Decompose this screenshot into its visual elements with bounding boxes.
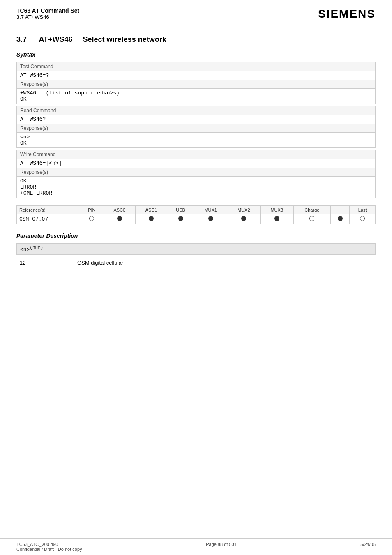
col-mux1: MUX1 (194, 206, 227, 214)
test-command-code: AT+WS46=? (17, 71, 376, 80)
col-asc1: ASC1 (135, 206, 167, 214)
footer-right: 5/24/05 (360, 542, 376, 552)
read-response-code: <n> OK (17, 133, 376, 148)
write-response-label-row: Response(s) (17, 168, 376, 177)
col-arrow: → (331, 206, 350, 214)
test-response-code: +WS46: (list of supported<n>s) OK (17, 89, 376, 104)
test-command-row: AT+WS46=? (17, 71, 376, 80)
read-response-label: Response(s) (17, 124, 376, 133)
test-response-row: +WS46: (list of supported<n>s) OK (17, 89, 376, 104)
ref-table-header-row: Reference(s) PIN ASC0 ASC1 USB MUX1 MUX2… (17, 206, 376, 214)
col-pin: PIN (80, 206, 104, 214)
write-response-code: OK ERROR +CME ERROR (17, 177, 376, 198)
mux3-circle-filled (274, 216, 279, 221)
param-row-12: 12 GSM digital cellular (16, 258, 376, 267)
ref-asc1-cell (135, 214, 167, 224)
col-mux2: MUX2 (227, 206, 261, 214)
ref-table-row: GSM 07.07 (17, 214, 376, 224)
page-footer: TC63_ATC_V00.490 Confidential / Draft - … (0, 538, 392, 555)
syntax-label: Syntax (16, 51, 376, 58)
pin-circle-empty (89, 216, 94, 221)
ref-asc0-cell (104, 214, 135, 224)
last-circle-empty (360, 216, 365, 221)
test-command-label-row: Test Command (17, 62, 376, 71)
col-last: Last (350, 206, 376, 214)
reference-table: Reference(s) PIN ASC0 ASC1 USB MUX1 MUX2… (16, 205, 376, 224)
param-value-12: 12 (20, 260, 69, 266)
page-header: TC63 AT Command Set 3.7 AT+WS46 SIEMENS (0, 0, 392, 25)
ref-usb-cell (167, 214, 194, 224)
col-usb: USB (167, 206, 194, 214)
write-command-code: AT+WS46=[<n>] (17, 159, 376, 168)
read-command-row: AT+WS46? (17, 115, 376, 124)
ref-arrow-cell (331, 214, 350, 224)
test-command-label: Test Command (17, 62, 376, 71)
header-left: TC63 AT Command Set 3.7 AT+WS46 (16, 7, 79, 20)
ref-mux2-cell (227, 214, 261, 224)
read-command-label: Read Command (17, 106, 376, 115)
siemens-logo: SIEMENS (318, 7, 376, 21)
mux2-circle-filled (241, 216, 246, 221)
col-asc0: ASC0 (104, 206, 135, 214)
col-charge: Charge (293, 206, 331, 214)
ref-charge-cell (293, 214, 331, 224)
asc0-circle-filled (117, 216, 122, 221)
footer-confidential: Confidential / Draft - Do not copy (16, 547, 82, 552)
write-response-label: Response(s) (17, 168, 376, 177)
write-command-row: AT+WS46=[<n>] (17, 159, 376, 168)
section-number: 3.7 (16, 35, 27, 44)
read-response-label-row: Response(s) (17, 124, 376, 133)
write-response-row: OK ERROR +CME ERROR (17, 177, 376, 198)
ref-gsm: GSM 07.07 (17, 214, 80, 224)
footer-left: TC63_ATC_V00.490 Confidential / Draft - … (16, 542, 82, 552)
footer-center: Page 88 of 501 (206, 542, 237, 552)
write-command-label-row: Write Command (17, 150, 376, 159)
main-content: 3.7 AT+WS46 Select wireless network Synt… (0, 25, 392, 284)
col-references: Reference(s) (17, 206, 80, 214)
mux1-circle-filled (208, 216, 213, 221)
ref-mux1-cell (194, 214, 227, 224)
usb-circle-filled (178, 216, 183, 221)
write-command-label: Write Command (17, 150, 376, 159)
section-heading: 3.7 AT+WS46 Select wireless network (16, 35, 376, 44)
parameter-description-section: Parameter Description <n>(num) 12 GSM di… (16, 233, 376, 267)
header-title: TC63 AT Command Set (16, 7, 79, 14)
arrow-circle-filled (338, 216, 343, 221)
asc1-circle-filled (149, 216, 154, 221)
read-command-label-row: Read Command (17, 106, 376, 115)
param-name: <n>(num) (20, 246, 43, 253)
syntax-table: Test Command AT+WS46=? Response(s) +WS46… (16, 62, 376, 198)
col-mux3: MUX3 (260, 206, 293, 214)
read-response-row: <n> OK (17, 133, 376, 148)
charge-circle-empty (309, 216, 314, 221)
ref-mux3-cell (260, 214, 293, 224)
test-response-label: Response(s) (17, 80, 376, 89)
footer-doc-id: TC63_ATC_V00.490 (16, 542, 82, 547)
param-description-label: Parameter Description (16, 233, 376, 239)
ref-pin-cell (80, 214, 104, 224)
section-command: AT+WS46 (39, 35, 72, 44)
section-description: Select wireless network (83, 35, 166, 44)
test-response-label-row: Response(s) (17, 80, 376, 89)
ref-last-cell (350, 214, 376, 224)
param-header: <n>(num) (16, 243, 376, 255)
read-command-code: AT+WS46? (17, 115, 376, 124)
header-subtitle: 3.7 AT+WS46 (16, 14, 79, 20)
param-desc-12: GSM digital cellular (77, 260, 123, 266)
